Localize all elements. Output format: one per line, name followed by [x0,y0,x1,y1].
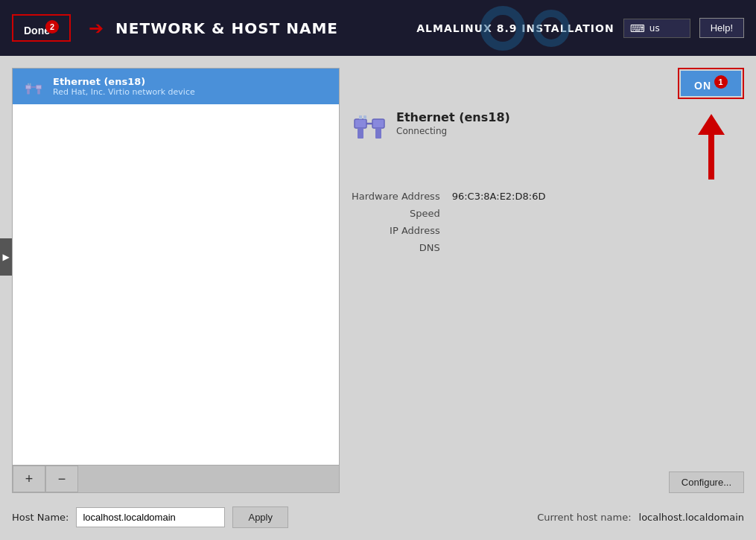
keyboard-lang: us [649,23,660,34]
current-hostname-section: Current host name: localhost.localdomain [537,512,744,523]
right-panel-inner: Ethernet (ens18) Connecting ON1 [352,68,744,493]
details-table: Hardware Address 96:C3:8A:E2:D8:6D Speed… [352,188,744,255]
header-left: Done2 ➔ NETWORK & HOST NAME [12,14,338,42]
device-list: Ethernet (ens18) Red Hat, Inc. Virtio ne… [12,68,340,466]
device-header-left: Ethernet (ens18) Connecting [352,106,510,142]
header-right: ALMALINUX 8.9 INSTALLATION ⌨ us Help! [416,18,744,38]
svg-rect-4 [37,89,40,95]
speed-label: Speed [352,206,440,221]
header-arrow-icon: ➔ [89,19,104,37]
svg-rect-8 [358,128,363,139]
svg-rect-0 [26,85,31,89]
device-detail-icon [352,106,387,142]
arrow-up-icon [698,114,725,135]
device-name: Ethernet (ens18) [53,76,195,87]
svg-rect-7 [355,119,366,128]
hostname-section: Host Name: Apply [12,506,288,528]
side-tab[interactable]: ▶ [0,238,12,276]
main-content: Ethernet (ens18) Red Hat, Inc. Virtio ne… [0,56,756,540]
device-header-info: Ethernet (ens18) Connecting [396,110,510,136]
device-details-panel: Ethernet (ens18) Connecting ON1 [352,68,744,493]
svg-rect-11 [375,128,381,139]
speed-value [452,206,744,221]
toggle-container: ON1 [678,68,744,99]
svg-rect-5 [28,83,29,86]
keyboard-icon: ⌨ [630,22,645,34]
hostname-input[interactable] [76,507,225,527]
ip-address-label: IP Address [352,223,440,238]
help-button[interactable]: Help! [699,18,744,38]
svg-rect-13 [363,115,366,119]
toggle-area: ON1 [678,68,744,180]
hostname-label: Host Name: [12,512,69,523]
toggle-badge: 1 [714,75,728,89]
current-hostname-label: Current host name: [537,512,631,523]
device-item-ens18[interactable]: Ethernet (ens18) Red Hat, Inc. Virtio ne… [13,69,339,104]
alma-logo-decoration [480,0,570,56]
done-badge: 2 [45,20,59,34]
toggle-label: ON [694,80,711,92]
right-panel-bottom: Configure... [352,471,744,493]
svg-rect-1 [27,89,30,95]
content-row: Ethernet (ens18) Red Hat, Inc. Virtio ne… [12,68,744,493]
device-subtitle: Red Hat, Inc. Virtio network device [53,87,195,97]
ethernet-icon-svg [23,76,44,97]
right-panel-top: Ethernet (ens18) Connecting ON1 [352,68,744,255]
dns-label: DNS [352,240,440,255]
detail-device-name: Ethernet (ens18) [396,110,510,124]
device-info: Ethernet (ens18) Red Hat, Inc. Virtio ne… [53,76,195,97]
logo-circle-1 [480,6,525,51]
add-device-button[interactable]: + [13,466,45,492]
hw-address-value: 96:C3:8A:E2:D8:6D [452,188,744,204]
device-header: Ethernet (ens18) Connecting ON1 [352,68,744,180]
ip-address-value [452,223,744,238]
toggle-button[interactable]: ON1 [681,71,741,96]
configure-button[interactable]: Configure... [669,471,744,493]
logo-circle-2 [533,10,570,47]
apply-button[interactable]: Apply [232,506,288,528]
bottom-row: Host Name: Apply Current host name: loca… [12,502,744,528]
done-button[interactable]: Done2 [12,14,71,42]
keyboard-selector[interactable]: ⌨ us [623,19,690,38]
svg-rect-10 [372,119,384,128]
remove-device-button[interactable]: − [45,466,78,492]
current-hostname-value: localhost.localdomain [639,512,744,523]
svg-rect-6 [30,83,31,86]
header: Done2 ➔ NETWORK & HOST NAME ALMALINUX 8.… [0,0,756,56]
device-list-panel: Ethernet (ens18) Red Hat, Inc. Virtio ne… [12,68,340,493]
detail-ethernet-icon [352,106,387,142]
arrow-shaft [708,135,714,180]
svg-rect-12 [359,115,362,119]
list-toolbar: + − [12,466,340,493]
arrow-annotation [698,114,725,180]
page-title: NETWORK & HOST NAME [115,19,338,37]
dns-value [452,240,744,255]
network-device-icon [22,74,45,98]
svg-rect-3 [36,85,42,89]
hw-address-label: Hardware Address [352,188,440,204]
detail-device-status: Connecting [396,126,510,136]
